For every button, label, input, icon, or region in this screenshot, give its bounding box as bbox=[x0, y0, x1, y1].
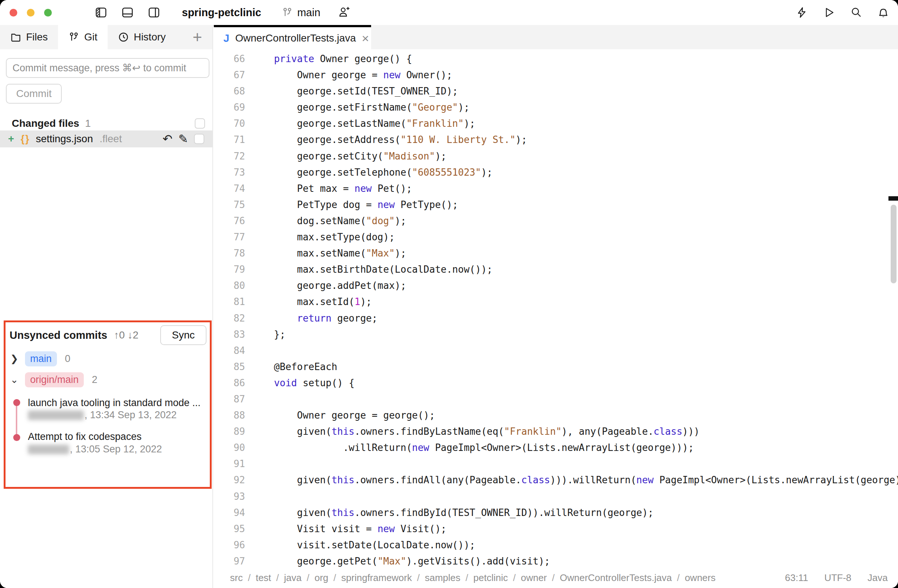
code-text: george.setId(TEST_OWNER_ID); bbox=[251, 83, 458, 99]
code-line: 79 max.setBirthDate(LocalDate.now()); bbox=[214, 261, 898, 277]
file-checkbox[interactable] bbox=[194, 134, 204, 144]
editor-status-bar: src/test/java/org/springframework/sample… bbox=[214, 567, 898, 588]
file-encoding[interactable]: UTF-8 bbox=[824, 572, 851, 583]
file-language[interactable]: Java bbox=[867, 572, 888, 583]
breadcrumb-item[interactable]: OwnerControllerTests.java bbox=[560, 572, 672, 583]
changed-files-count: 1 bbox=[85, 118, 91, 129]
breadcrumb-item[interactable]: petclinic bbox=[473, 572, 508, 583]
line-number: 68 bbox=[214, 83, 245, 99]
breadcrumb-separator: / bbox=[248, 572, 251, 583]
breadcrumb-item[interactable]: owner bbox=[521, 572, 547, 583]
sync-button[interactable]: Sync bbox=[160, 325, 206, 345]
code-text: Owner george = new Owner(); bbox=[251, 67, 452, 83]
code-line: 68 george.setId(TEST_OWNER_ID); bbox=[214, 83, 898, 99]
code-text: }; bbox=[251, 326, 286, 343]
line-number: 91 bbox=[214, 456, 245, 472]
branch-row-main[interactable]: ❯main0 bbox=[10, 350, 71, 367]
breadcrumb-item[interactable]: java bbox=[284, 572, 302, 583]
commit-timestamp: , 13:34 Sep 13, 2022 bbox=[85, 409, 177, 421]
code-text: Visit visit = new Visit(); bbox=[251, 521, 446, 537]
toggle-bottom-panel-icon[interactable] bbox=[121, 7, 133, 18]
rollback-icon[interactable]: ↶ bbox=[162, 133, 172, 145]
scrollbar-thumb[interactable] bbox=[891, 205, 896, 283]
line-number: 66 bbox=[214, 51, 245, 67]
line-number: 80 bbox=[214, 277, 245, 294]
breadcrumb-item[interactable]: springframework bbox=[341, 572, 412, 583]
sidebar-tab-label: Git bbox=[84, 31, 97, 43]
code-line: 96 visit.setDate(LocalDate.now()); bbox=[214, 537, 898, 553]
commit-author-redacted bbox=[28, 445, 69, 454]
project-title[interactable]: spring-petclinic bbox=[182, 7, 261, 19]
commit-dot-icon bbox=[13, 434, 20, 441]
quick-actions-icon[interactable] bbox=[796, 7, 807, 18]
commit-author-redacted bbox=[28, 411, 84, 420]
line-number: 71 bbox=[214, 132, 245, 148]
code-text: void setup() { bbox=[251, 375, 355, 391]
code-line: 90 .willReturn(new PageImpl<Owner>(Lists… bbox=[214, 440, 898, 456]
code-line: 88 Owner george = george(); bbox=[214, 407, 898, 423]
code-text: given(this.owners.findAll(any(Pageable.c… bbox=[251, 472, 898, 488]
line-number: 69 bbox=[214, 99, 245, 115]
code-viewport[interactable]: 66 private Owner george() {67 Owner geor… bbox=[214, 49, 898, 567]
line-number: 89 bbox=[214, 423, 245, 440]
breadcrumb-item[interactable]: test bbox=[256, 572, 271, 583]
edit-pencil-icon[interactable]: ✎ bbox=[178, 133, 188, 145]
line-number: 72 bbox=[214, 148, 245, 164]
sidebar-tab-files[interactable]: Files bbox=[0, 25, 58, 49]
toggle-right-panel-icon[interactable] bbox=[148, 7, 160, 18]
branch-commit-count: 0 bbox=[65, 353, 71, 365]
commit-dot-icon bbox=[13, 399, 20, 406]
sidebar-tab-history[interactable]: History bbox=[108, 25, 176, 49]
commit-button[interactable]: Commit bbox=[6, 84, 62, 104]
close-window-button[interactable] bbox=[9, 9, 17, 17]
folder-icon bbox=[10, 32, 21, 43]
sidebar-tab-git[interactable]: Git bbox=[58, 25, 108, 49]
breadcrumb: src/test/java/org/springframework/sample… bbox=[230, 572, 715, 583]
code-text: given(this.owners.findByLastName(eq("Fra… bbox=[251, 423, 700, 440]
new-sidebar-tab-button[interactable]: + bbox=[188, 25, 206, 49]
scroll-marker bbox=[889, 196, 898, 201]
breadcrumb-separator: / bbox=[513, 572, 515, 583]
line-number: 82 bbox=[214, 310, 245, 326]
breadcrumb-item[interactable]: owners bbox=[685, 572, 716, 583]
git-branch-icon bbox=[282, 7, 293, 18]
fleet-window: spring-petclinic main bbox=[0, 0, 898, 588]
chevron-down-icon[interactable]: ⌄ bbox=[10, 374, 25, 385]
toggle-left-panel-icon[interactable] bbox=[95, 7, 107, 18]
commit-meta: , 13:05 Sep 12, 2022 bbox=[28, 443, 162, 455]
editor-tab-ownercontrollertests[interactable]: J OwnerControllerTests.java × bbox=[214, 25, 371, 49]
close-tab-icon[interactable]: × bbox=[361, 31, 369, 46]
code-text: george.setFirstName("George"); bbox=[251, 99, 470, 115]
line-number: 77 bbox=[214, 229, 245, 245]
zoom-window-button[interactable] bbox=[44, 9, 52, 17]
commit-message-input[interactable]: Commit message, press ⌘↩ to commit bbox=[6, 58, 209, 78]
add-collaborator-icon[interactable] bbox=[338, 6, 351, 18]
chevron-right-icon[interactable]: ❯ bbox=[10, 353, 25, 365]
code-text: george.addPet(max); bbox=[251, 277, 406, 294]
minimize-window-button[interactable] bbox=[27, 9, 35, 17]
clock-icon bbox=[118, 32, 129, 43]
line-number: 79 bbox=[214, 261, 245, 277]
ahead-behind-counts: ↑0 ↓2 bbox=[114, 329, 138, 341]
json-file-icon: {} bbox=[21, 133, 30, 145]
notifications-bell-icon[interactable] bbox=[877, 7, 889, 18]
breadcrumb-item[interactable]: src bbox=[230, 572, 243, 583]
code-text: george.setLastName("Franklin"); bbox=[251, 115, 475, 132]
code-text: .willReturn(new PageImpl<Owner>(Lists.ne… bbox=[251, 440, 694, 456]
sidebar-tab-label: History bbox=[134, 31, 166, 43]
commit-message[interactable]: Attempt to fix codespaces bbox=[28, 431, 205, 442]
code-line: 95 Visit visit = new Visit(); bbox=[214, 521, 898, 537]
changed-file-row[interactable]: + {} settings.json .fleet ↶ ✎ bbox=[0, 131, 212, 147]
line-number: 74 bbox=[214, 180, 245, 197]
branch-switcher[interactable]: main bbox=[282, 7, 320, 19]
select-all-checkbox[interactable] bbox=[195, 119, 205, 129]
commit-message[interactable]: launch java tooling in standard mode ... bbox=[28, 397, 205, 409]
branch-row-origin-main[interactable]: ⌄origin/main2 bbox=[10, 371, 97, 388]
caret-position[interactable]: 63:11 bbox=[785, 572, 808, 583]
code-line: 84 bbox=[214, 343, 898, 359]
search-icon[interactable] bbox=[850, 7, 862, 18]
breadcrumb-item[interactable]: samples bbox=[425, 572, 460, 583]
breadcrumb-item[interactable]: org bbox=[315, 572, 329, 583]
run-icon[interactable] bbox=[823, 7, 835, 18]
editor-area: J OwnerControllerTests.java × 66 private… bbox=[214, 25, 898, 588]
